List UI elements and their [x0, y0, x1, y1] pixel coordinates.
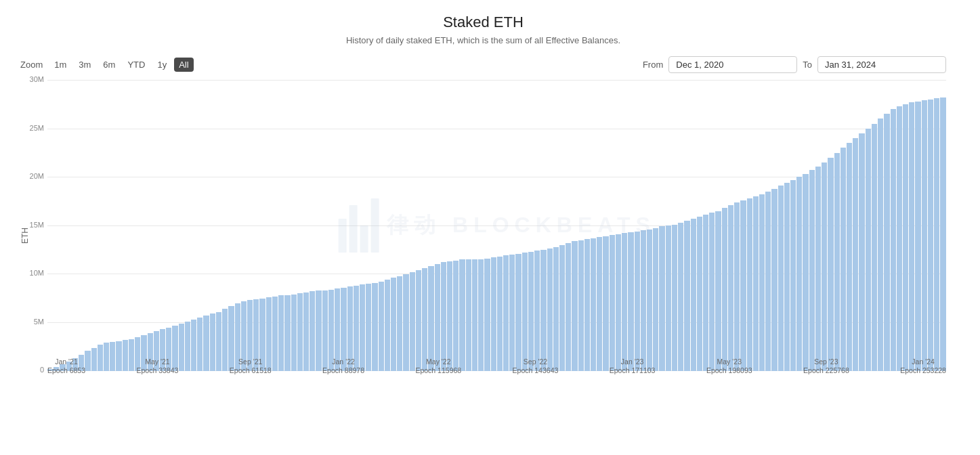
bar[interactable]: [616, 234, 621, 371]
bar[interactable]: [859, 133, 864, 371]
to-date-input[interactable]: [817, 56, 946, 73]
bar[interactable]: [397, 276, 402, 371]
bar[interactable]: [597, 237, 602, 371]
bar[interactable]: [435, 264, 440, 371]
bar[interactable]: [866, 129, 871, 371]
bar[interactable]: [478, 259, 484, 371]
bar[interactable]: [915, 102, 920, 371]
bar[interactable]: [759, 194, 765, 371]
bar[interactable]: [610, 235, 615, 371]
bar[interactable]: [422, 268, 427, 371]
zoom-6m-btn[interactable]: 6m: [98, 58, 120, 72]
bar[interactable]: [503, 255, 509, 371]
bar[interactable]: [628, 232, 633, 371]
bar[interactable]: [803, 174, 808, 371]
bar[interactable]: [940, 98, 945, 371]
bar[interactable]: [828, 158, 833, 371]
bar[interactable]: [922, 100, 927, 371]
bar[interactable]: [428, 266, 433, 371]
bar[interactable]: [878, 118, 883, 371]
bar[interactable]: [728, 205, 733, 371]
bar[interactable]: [547, 248, 553, 371]
bar[interactable]: [416, 270, 421, 371]
bar[interactable]: [928, 100, 933, 371]
bar[interactable]: [722, 208, 727, 371]
bar[interactable]: [603, 236, 608, 371]
bar[interactable]: [584, 239, 590, 371]
bar[interactable]: [678, 223, 683, 371]
bar[interactable]: [909, 102, 914, 371]
bar[interactable]: [491, 257, 496, 371]
bar[interactable]: [753, 196, 759, 371]
bar[interactable]: [765, 192, 771, 371]
x-axis-label: Jan '22Epoch 88978: [322, 358, 364, 391]
bar[interactable]: [784, 183, 790, 371]
bar[interactable]: [740, 200, 746, 371]
bar[interactable]: [703, 215, 708, 371]
bar[interactable]: [771, 189, 777, 371]
bar[interactable]: [591, 238, 596, 371]
bar[interactable]: [553, 247, 559, 371]
bar[interactable]: [734, 202, 740, 371]
bar[interactable]: [666, 225, 671, 371]
zoom-1y-btn[interactable]: 1y: [152, 58, 171, 72]
bar[interactable]: [403, 274, 408, 371]
bar[interactable]: [853, 138, 858, 371]
bar[interactable]: [572, 241, 577, 371]
bar[interactable]: [834, 153, 840, 372]
bar[interactable]: [847, 143, 852, 371]
bar[interactable]: [540, 250, 546, 371]
bar[interactable]: [653, 228, 658, 371]
bar[interactable]: [934, 98, 939, 371]
bar[interactable]: [453, 261, 459, 371]
bar[interactable]: [697, 217, 702, 371]
bar[interactable]: [522, 253, 528, 371]
bar[interactable]: [509, 255, 515, 371]
bar[interactable]: [691, 219, 696, 371]
bar[interactable]: [796, 177, 802, 371]
from-date-input[interactable]: [668, 56, 797, 73]
bar[interactable]: [709, 213, 715, 371]
bar[interactable]: [484, 259, 490, 371]
bar[interactable]: [635, 232, 640, 371]
bar[interactable]: [566, 243, 571, 371]
bar[interactable]: [790, 180, 796, 371]
bar[interactable]: [528, 252, 534, 371]
bar[interactable]: [872, 124, 877, 372]
bar[interactable]: [578, 240, 584, 372]
bar[interactable]: [515, 254, 521, 371]
bar[interactable]: [897, 106, 902, 371]
bar[interactable]: [884, 114, 889, 371]
zoom-1m-btn[interactable]: 1m: [49, 58, 71, 72]
bar[interactable]: [647, 230, 652, 371]
bar[interactable]: [472, 259, 477, 371]
x-epoch-label: Epoch 198093: [706, 366, 752, 374]
x-date-label: Jan '24: [912, 358, 935, 366]
bar[interactable]: [410, 272, 415, 371]
bar[interactable]: [459, 259, 465, 371]
zoom-all-btn[interactable]: All: [174, 58, 193, 72]
bar[interactable]: [641, 230, 646, 371]
bar[interactable]: [441, 262, 446, 371]
bar[interactable]: [622, 233, 627, 371]
bar[interactable]: [747, 198, 752, 371]
zoom-ytd-btn[interactable]: YTD: [123, 58, 150, 72]
bar[interactable]: [903, 104, 908, 371]
bar[interactable]: [466, 259, 471, 371]
bar[interactable]: [778, 186, 784, 371]
bar[interactable]: [672, 225, 677, 371]
bar[interactable]: [815, 167, 821, 371]
bar[interactable]: [684, 221, 689, 371]
bar[interactable]: [891, 109, 896, 371]
bar[interactable]: [447, 261, 452, 371]
bar[interactable]: [840, 148, 846, 371]
bar[interactable]: [534, 251, 540, 371]
bar[interactable]: [559, 245, 565, 371]
bar[interactable]: [497, 257, 503, 371]
bar[interactable]: [659, 226, 664, 371]
bar[interactable]: [809, 170, 815, 371]
zoom-3m-btn[interactable]: 3m: [74, 58, 95, 72]
bar[interactable]: [822, 162, 827, 371]
bar[interactable]: [715, 211, 721, 372]
x-axis-label: May '21Epoch 33843: [136, 358, 178, 391]
